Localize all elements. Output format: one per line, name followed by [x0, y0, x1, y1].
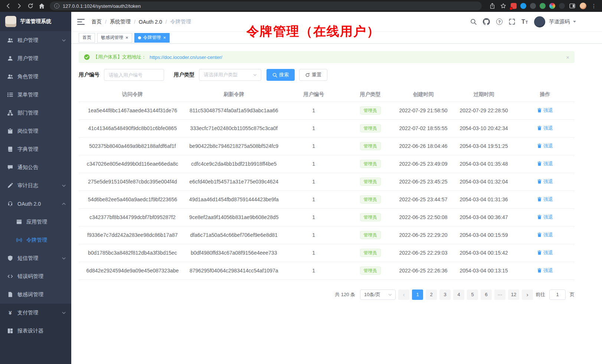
pagination-page-12[interactable]: 12 — [508, 289, 519, 300]
sidebar-item-dictionary-management[interactable]: 字典管理 — [0, 140, 71, 158]
pagination-goto-suffix: 页 — [570, 291, 575, 298]
force-logout-button[interactable]: 强退 — [537, 214, 553, 221]
pagination-prev[interactable]: ‹ — [398, 289, 409, 300]
github-icon[interactable] — [483, 18, 490, 25]
reload-button[interactable] — [27, 2, 34, 10]
pagination-goto-label: 前往 — [536, 291, 545, 298]
breadcrumb: 首页 / 系统管理 / OAuth 2.0 / 令牌管理 — [91, 19, 191, 25]
pagination-more[interactable]: ··· — [494, 289, 506, 300]
pagination-page-3[interactable]: 3 — [439, 289, 451, 300]
browser-menu-icon[interactable]: ⋮ — [590, 2, 598, 10]
force-logout-button[interactable]: 强退 — [537, 267, 553, 274]
bookmark-star-icon[interactable] — [500, 2, 507, 10]
close-tab-icon[interactable]: × — [125, 35, 128, 40]
user-type-badge: 管理员 — [360, 231, 381, 239]
sidebar-item-notice-announcement[interactable]: 通知公告 — [0, 158, 71, 176]
cell-actions: 强退 — [516, 262, 575, 279]
app-logo[interactable]: 芋道管理系统 — [0, 12, 71, 31]
tab-token-management[interactable]: 令牌管理 × — [134, 33, 170, 43]
pagination-page-1[interactable]: 1 — [412, 289, 423, 300]
pagination-goto-input[interactable] — [549, 289, 566, 300]
force-logout-button[interactable]: 强退 — [537, 143, 553, 149]
extension-icon-5[interactable] — [549, 3, 555, 9]
breadcrumb-home[interactable]: 首页 — [91, 19, 102, 25]
user-id-input[interactable] — [104, 69, 164, 81]
back-button[interactable] — [4, 2, 12, 10]
page-size-select[interactable]: 10条/页 — [360, 289, 396, 300]
hamburger-icon[interactable] — [77, 19, 85, 25]
sidebar-item-payment-management[interactable]: ¥ 支付管理 — [0, 304, 71, 322]
sidebar-item-audit-log[interactable]: 审计日志 — [0, 176, 71, 195]
user-type-select[interactable]: 请选择用户类型 — [199, 69, 261, 81]
sidebar-item-app-management[interactable]: 应用管理 — [0, 213, 71, 231]
cell-user-id: 1 — [281, 208, 346, 226]
share-button[interactable] — [488, 2, 496, 10]
cell-expire-time: 2054-03-04 19:51:25 — [452, 137, 516, 155]
tab-sensitive-word-management[interactable]: 敏感词管理 × — [97, 33, 132, 43]
force-logout-button[interactable]: 强退 — [537, 161, 553, 167]
code-icon — [7, 274, 13, 279]
forward-button[interactable] — [16, 2, 23, 10]
extension-icon-6[interactable] — [559, 3, 565, 9]
search-icon[interactable] — [470, 19, 477, 25]
address-bar[interactable]: i 127.0.0.1:1024/system/oauth2/token — [50, 1, 482, 10]
sidebar-item-error-code-management[interactable]: 错误码管理 — [0, 267, 71, 285]
user-type-badge: 管理员 — [360, 142, 381, 150]
home-button[interactable] — [38, 2, 45, 10]
force-logout-button[interactable]: 强退 — [537, 249, 553, 256]
breadcrumb-system[interactable]: 系统管理 — [110, 19, 131, 25]
fullscreen-icon[interactable] — [509, 19, 515, 25]
breadcrumb-oauth2[interactable]: OAuth 2.0 — [139, 19, 162, 25]
force-logout-button[interactable]: 强退 — [537, 125, 553, 132]
cell-access-token: 1ea5e44f8bc1467aaede43144f31de76 — [79, 102, 186, 119]
cell-user-id: 1 — [281, 155, 346, 173]
close-alert-icon[interactable]: × — [566, 54, 569, 60]
force-logout-button[interactable]: 强退 — [537, 178, 553, 185]
pagination-page-4[interactable]: 4 — [453, 289, 464, 300]
chevron-down-icon — [62, 38, 66, 43]
sidebar-item-tenant-management[interactable]: 租户管理 — [0, 31, 71, 49]
table-header-row: 访问令牌 刷新令牌 用户编号 用户类型 创建时间 过期时间 操作 — [79, 87, 575, 102]
force-logout-button[interactable]: 强退 — [537, 107, 553, 114]
reset-button[interactable]: 重置 — [299, 69, 327, 81]
pagination-page-2[interactable]: 2 — [426, 289, 437, 300]
sidebar-item-sms-management[interactable]: 短信管理 — [0, 249, 71, 267]
extension-icon-2[interactable] — [520, 3, 526, 9]
user-avatar[interactable] — [534, 16, 545, 27]
font-size-icon[interactable]: TT — [521, 19, 528, 25]
sidebar-item-report-designer[interactable]: 报表设计器 — [0, 322, 71, 340]
force-logout-button[interactable]: 强退 — [537, 196, 553, 203]
users-icon — [7, 37, 13, 43]
pagination-page-5[interactable]: 5 — [467, 289, 478, 300]
cell-access-token: c342377bf8b344799dcbf7bf095287f2 — [79, 208, 186, 226]
close-tab-icon[interactable]: × — [163, 35, 166, 40]
extension-icon-1[interactable] — [511, 3, 517, 9]
chevron-down-icon[interactable] — [573, 21, 576, 23]
sidebar-item-department-management[interactable]: 部门管理 — [0, 104, 71, 122]
sidebar-item-oauth2[interactable]: OAuth 2.0 — [0, 195, 71, 213]
user-name[interactable]: 芋道源码 — [549, 19, 570, 25]
help-icon[interactable]: ? — [496, 19, 503, 25]
alert-doc-link[interactable]: https://doc.iocoder.cn/user-center/ — [150, 54, 222, 60]
pagination-next[interactable]: › — [522, 289, 533, 300]
sidebar-item-menu-management[interactable]: 菜单管理 — [0, 86, 71, 104]
sidebar-item-sensitive-word-management[interactable]: 敏感词管理 — [0, 285, 71, 304]
cell-access-token: 275e5de9151045fe87cbdc395e004f4d — [79, 173, 186, 191]
book-icon — [7, 146, 13, 152]
cell-refresh-token: 9ce8ef2aa9f14056b831ae9b608e28d5 — [186, 208, 282, 226]
extension-icon-3[interactable] — [530, 3, 536, 9]
site-info-icon[interactable]: i — [54, 3, 59, 9]
navbar: 首页 / 系统管理 / OAuth 2.0 / 令牌管理 ? TT 芋道源码 — [71, 12, 602, 32]
sidebar-item-post-management[interactable]: 岗位管理 — [0, 122, 71, 140]
search-button[interactable]: 搜索 — [266, 69, 295, 81]
sidebar-item-role-management[interactable]: 角色管理 — [0, 67, 71, 86]
sidebar-item-token-management[interactable]: 令牌管理 — [0, 231, 71, 249]
force-logout-button[interactable]: 强退 — [537, 232, 553, 238]
extension-icon-4[interactable] — [540, 3, 546, 9]
pagination-page-6[interactable]: 6 — [481, 289, 492, 300]
sidebar-item-user-management[interactable]: 用户管理 — [0, 49, 71, 67]
tab-home[interactable]: 首页 — [79, 33, 95, 43]
browser-profile-avatar[interactable] — [580, 3, 586, 9]
side-panel-icon[interactable] — [569, 2, 576, 10]
cell-actions: 强退 — [516, 173, 575, 191]
